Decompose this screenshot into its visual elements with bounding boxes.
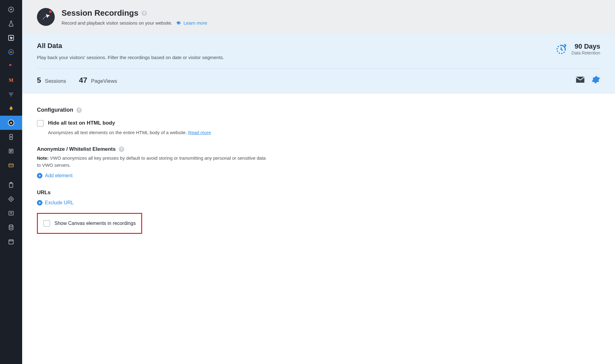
page-header: Session Recordings ? Record and playback… [22, 0, 615, 33]
nav-experiments[interactable] [0, 17, 22, 31]
nav-heatmap[interactable] [0, 102, 22, 116]
sessions-label: Sessions [45, 78, 66, 84]
svg-point-14 [9, 225, 13, 227]
note-prefix: Note: [37, 155, 49, 161]
learn-more-link[interactable]: Learn more [184, 20, 207, 26]
nav-analytics[interactable] [0, 45, 22, 59]
session-recordings-icon [37, 8, 55, 26]
retention-clock-icon [555, 43, 567, 55]
read-more-link[interactable]: Read more [188, 130, 211, 135]
nav-clipboard[interactable] [0, 178, 22, 192]
settings-button[interactable] [592, 75, 600, 85]
pageviews-label: PageViews [91, 78, 117, 84]
pageviews-count: 47 [79, 76, 87, 84]
nav-form[interactable] [0, 144, 22, 158]
recording-dot-icon [49, 10, 52, 13]
svg-rect-15 [9, 240, 14, 244]
hide-text-label: Hide all text on HTML body [48, 120, 115, 126]
nav-mobile[interactable] [0, 130, 22, 144]
nav-calendar[interactable] [0, 234, 22, 249]
nav-upload[interactable] [0, 206, 22, 220]
help-icon[interactable]: ? [76, 107, 82, 113]
urls-title: URLs [37, 190, 50, 196]
nav-card[interactable] [0, 158, 22, 172]
panel-description: Play back your visitors' sessions. Filte… [37, 55, 224, 60]
svg-rect-8 [9, 164, 14, 167]
svg-point-1 [11, 9, 11, 9]
divider [37, 68, 600, 69]
panel-title: All Data [37, 42, 224, 50]
help-icon[interactable]: ? [142, 10, 147, 16]
plus-circle-icon: + [37, 173, 42, 178]
gear-icon [592, 75, 600, 84]
note-body: VWO anonymizes all key presses by defaul… [37, 155, 266, 168]
page-title: Session Recordings [62, 8, 138, 18]
stat-sessions: 5 Sessions [37, 76, 66, 85]
graduation-cap-icon [176, 20, 182, 26]
sidebar: M [0, 0, 22, 364]
nav-session-recordings[interactable] [0, 116, 22, 130]
summary-panel: All Data Play back your visitors' sessio… [22, 33, 615, 94]
configuration-section: Configuration ? Hide all text on HTML bo… [22, 94, 615, 247]
plus-circle-icon: + [37, 200, 42, 206]
nav-target[interactable] [0, 192, 22, 206]
svg-point-11 [9, 197, 13, 201]
nav-database[interactable] [0, 220, 22, 234]
email-button[interactable] [576, 76, 585, 84]
svg-point-12 [10, 198, 12, 200]
exclude-url-button[interactable]: + Exclude URL [37, 200, 74, 206]
nav-dashboard[interactable] [0, 2, 22, 17]
page-subtitle: Record and playback visitor sessions on … [62, 20, 172, 26]
nav-funnel[interactable] [0, 87, 22, 102]
svg-marker-6 [11, 136, 12, 138]
mail-icon [576, 76, 585, 83]
anonymize-title: Anonymize / Whitelist Elements [37, 146, 116, 152]
add-element-button[interactable]: + Add element [37, 173, 73, 178]
sessions-count: 5 [37, 76, 41, 84]
retention-value: 90 Days [572, 42, 600, 50]
retention-label: Data Retention [572, 50, 600, 55]
stat-pageviews: 47 PageViews [79, 76, 117, 85]
add-element-label: Add element [45, 173, 73, 178]
hide-text-hint: Anonymizes all text elements on the enti… [48, 130, 187, 135]
nav-flag[interactable] [0, 59, 22, 73]
show-canvas-checkbox[interactable] [43, 220, 50, 227]
config-title: Configuration [37, 107, 73, 113]
data-retention: 90 Days Data Retention [555, 42, 600, 55]
show-canvas-highlight: Show Canvas elements in recordings [37, 213, 142, 234]
nav-m-logo[interactable]: M [0, 73, 22, 87]
show-canvas-label: Show Canvas elements in recordings [54, 221, 136, 226]
exclude-url-label: Exclude URL [45, 200, 74, 206]
help-icon[interactable]: ? [119, 146, 124, 152]
hide-text-checkbox[interactable] [37, 120, 44, 127]
nav-cursor-box[interactable] [0, 31, 22, 45]
